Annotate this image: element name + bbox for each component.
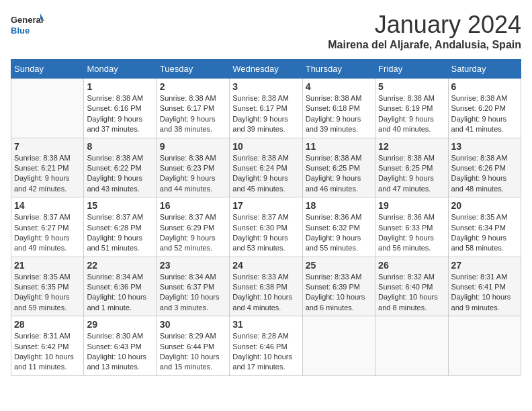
header-sunday: Sunday: [11, 60, 84, 79]
day-info: Sunrise: 8:38 AM Sunset: 6:17 PM Dayligh…: [160, 93, 226, 135]
day-number: 26: [378, 260, 445, 271]
day-number: 1: [87, 81, 153, 92]
calendar-cell: 5Sunrise: 8:38 AM Sunset: 6:19 PM Daylig…: [375, 79, 448, 138]
day-number: 25: [306, 260, 372, 271]
day-number: 24: [232, 260, 299, 271]
calendar-cell: 20Sunrise: 8:35 AM Sunset: 6:34 PM Dayli…: [448, 197, 521, 257]
logo: General Blue: [11, 11, 44, 40]
day-number: 28: [14, 319, 81, 330]
day-info: Sunrise: 8:33 AM Sunset: 6:39 PM Dayligh…: [306, 272, 372, 314]
day-info: Sunrise: 8:36 AM Sunset: 6:33 PM Dayligh…: [378, 212, 445, 254]
day-number: 11: [306, 141, 372, 152]
calendar-cell: 18Sunrise: 8:36 AM Sunset: 6:32 PM Dayli…: [302, 197, 375, 257]
calendar-cell: 11Sunrise: 8:38 AM Sunset: 6:25 PM Dayli…: [302, 138, 375, 197]
calendar-cell: 26Sunrise: 8:32 AM Sunset: 6:40 PM Dayli…: [375, 257, 448, 316]
calendar-cell: 4Sunrise: 8:38 AM Sunset: 6:18 PM Daylig…: [302, 79, 375, 138]
day-info: Sunrise: 8:38 AM Sunset: 6:25 PM Dayligh…: [306, 153, 372, 195]
day-number: 27: [451, 260, 518, 271]
day-info: Sunrise: 8:38 AM Sunset: 6:19 PM Dayligh…: [378, 93, 445, 135]
logo-icon: General Blue: [11, 11, 44, 40]
day-number: 31: [232, 319, 299, 330]
day-info: Sunrise: 8:28 AM Sunset: 6:46 PM Dayligh…: [232, 331, 299, 373]
day-info: Sunrise: 8:38 AM Sunset: 6:24 PM Dayligh…: [232, 153, 299, 195]
day-info: Sunrise: 8:34 AM Sunset: 6:36 PM Dayligh…: [87, 272, 153, 314]
day-number: 14: [14, 200, 81, 211]
day-info: Sunrise: 8:38 AM Sunset: 6:22 PM Dayligh…: [87, 153, 153, 195]
day-number: 22: [87, 260, 153, 271]
calendar-cell: 25Sunrise: 8:33 AM Sunset: 6:39 PM Dayli…: [302, 257, 375, 316]
page-header: General Blue January 2024 Mairena del Al…: [11, 11, 521, 51]
header-wednesday: Wednesday: [230, 60, 302, 79]
day-number: 4: [306, 81, 372, 92]
calendar-cell: 19Sunrise: 8:36 AM Sunset: 6:33 PM Dayli…: [375, 197, 448, 257]
calendar-cell: 27Sunrise: 8:31 AM Sunset: 6:41 PM Dayli…: [448, 257, 521, 316]
calendar-cell: [11, 79, 84, 138]
day-number: 13: [451, 141, 518, 152]
day-info: Sunrise: 8:37 AM Sunset: 6:28 PM Dayligh…: [87, 212, 153, 254]
day-info: Sunrise: 8:38 AM Sunset: 6:21 PM Dayligh…: [14, 153, 81, 195]
calendar-cell: 16Sunrise: 8:37 AM Sunset: 6:29 PM Dayli…: [157, 197, 229, 257]
day-info: Sunrise: 8:29 AM Sunset: 6:44 PM Dayligh…: [160, 331, 226, 373]
day-number: 18: [306, 200, 372, 211]
day-number: 8: [87, 141, 153, 152]
calendar-cell: 17Sunrise: 8:37 AM Sunset: 6:30 PM Dayli…: [230, 197, 302, 257]
calendar-cell: 8Sunrise: 8:38 AM Sunset: 6:22 PM Daylig…: [84, 138, 157, 197]
svg-text:General: General: [11, 15, 43, 25]
calendar-cell: 1Sunrise: 8:38 AM Sunset: 6:16 PM Daylig…: [84, 79, 157, 138]
day-info: Sunrise: 8:30 AM Sunset: 6:43 PM Dayligh…: [87, 331, 153, 373]
calendar-cell: 31Sunrise: 8:28 AM Sunset: 6:46 PM Dayli…: [230, 316, 302, 376]
month-title: January 2024: [328, 11, 521, 39]
day-info: Sunrise: 8:31 AM Sunset: 6:42 PM Dayligh…: [14, 331, 81, 373]
svg-text:Blue: Blue: [11, 26, 30, 36]
day-info: Sunrise: 8:36 AM Sunset: 6:32 PM Dayligh…: [306, 212, 372, 254]
day-info: Sunrise: 8:38 AM Sunset: 6:18 PM Dayligh…: [306, 93, 372, 135]
day-info: Sunrise: 8:38 AM Sunset: 6:16 PM Dayligh…: [87, 93, 153, 135]
day-info: Sunrise: 8:37 AM Sunset: 6:29 PM Dayligh…: [160, 212, 226, 254]
header-friday: Friday: [375, 60, 448, 79]
calendar-cell: 7Sunrise: 8:38 AM Sunset: 6:21 PM Daylig…: [11, 138, 84, 197]
day-number: 6: [451, 81, 518, 92]
day-number: 19: [378, 200, 445, 211]
day-info: Sunrise: 8:33 AM Sunset: 6:38 PM Dayligh…: [232, 272, 299, 314]
calendar-cell: 13Sunrise: 8:38 AM Sunset: 6:26 PM Dayli…: [448, 138, 521, 197]
calendar-cell: 24Sunrise: 8:33 AM Sunset: 6:38 PM Dayli…: [230, 257, 302, 316]
location-title: Mairena del Aljarafe, Andalusia, Spain: [328, 39, 521, 51]
day-number: 15: [87, 200, 153, 211]
day-info: Sunrise: 8:32 AM Sunset: 6:40 PM Dayligh…: [378, 272, 445, 314]
day-info: Sunrise: 8:35 AM Sunset: 6:35 PM Dayligh…: [14, 272, 81, 314]
day-info: Sunrise: 8:37 AM Sunset: 6:27 PM Dayligh…: [14, 212, 81, 254]
calendar-cell: 29Sunrise: 8:30 AM Sunset: 6:43 PM Dayli…: [84, 316, 157, 376]
calendar-cell: [302, 316, 375, 376]
calendar-cell: 3Sunrise: 8:38 AM Sunset: 6:17 PM Daylig…: [230, 79, 302, 138]
calendar-cell: 22Sunrise: 8:34 AM Sunset: 6:36 PM Dayli…: [84, 257, 157, 316]
calendar-cell: 6Sunrise: 8:38 AM Sunset: 6:20 PM Daylig…: [448, 79, 521, 138]
day-number: 5: [378, 81, 445, 92]
calendar-cell: 10Sunrise: 8:38 AM Sunset: 6:24 PM Dayli…: [230, 138, 302, 197]
day-number: 9: [160, 141, 226, 152]
day-number: 2: [160, 81, 226, 92]
calendar-cell: 23Sunrise: 8:34 AM Sunset: 6:37 PM Dayli…: [157, 257, 229, 316]
day-number: 30: [160, 319, 226, 330]
day-number: 23: [160, 260, 226, 271]
day-info: Sunrise: 8:38 AM Sunset: 6:25 PM Dayligh…: [378, 153, 445, 195]
calendar-cell: 21Sunrise: 8:35 AM Sunset: 6:35 PM Dayli…: [11, 257, 84, 316]
calendar-cell: 15Sunrise: 8:37 AM Sunset: 6:28 PM Dayli…: [84, 197, 157, 257]
calendar-cell: 9Sunrise: 8:38 AM Sunset: 6:23 PM Daylig…: [157, 138, 229, 197]
day-number: 29: [87, 319, 153, 330]
day-number: 21: [14, 260, 81, 271]
calendar-cell: 14Sunrise: 8:37 AM Sunset: 6:27 PM Dayli…: [11, 197, 84, 257]
calendar-header: SundayMondayTuesdayWednesdayThursdayFrid…: [11, 60, 521, 79]
day-number: 7: [14, 141, 81, 152]
header-thursday: Thursday: [302, 60, 375, 79]
day-info: Sunrise: 8:37 AM Sunset: 6:30 PM Dayligh…: [232, 212, 299, 254]
title-block: January 2024 Mairena del Aljarafe, Andal…: [328, 11, 521, 51]
day-number: 20: [451, 200, 518, 211]
day-info: Sunrise: 8:38 AM Sunset: 6:23 PM Dayligh…: [160, 153, 226, 195]
day-info: Sunrise: 8:31 AM Sunset: 6:41 PM Dayligh…: [451, 272, 518, 314]
day-number: 17: [232, 200, 299, 211]
calendar-cell: 28Sunrise: 8:31 AM Sunset: 6:42 PM Dayli…: [11, 316, 84, 376]
calendar-cell: 2Sunrise: 8:38 AM Sunset: 6:17 PM Daylig…: [157, 79, 229, 138]
day-number: 12: [378, 141, 445, 152]
day-number: 16: [160, 200, 226, 211]
day-info: Sunrise: 8:38 AM Sunset: 6:17 PM Dayligh…: [232, 93, 299, 135]
